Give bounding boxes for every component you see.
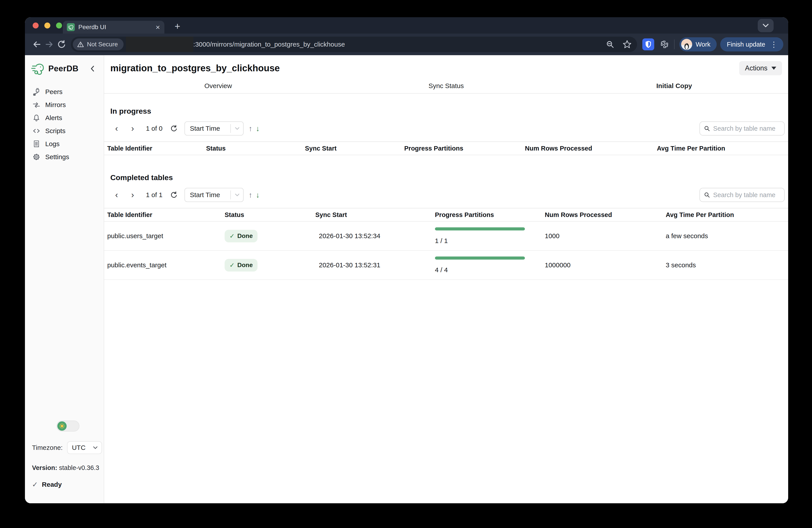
reload-icon — [57, 40, 67, 49]
progress-label: 1 / 1 — [435, 237, 525, 245]
theme-toggle-knob — [57, 422, 67, 431]
timezone-select[interactable]: UTC — [67, 441, 102, 454]
progress-bar — [435, 227, 525, 230]
search-icon — [704, 191, 710, 198]
log-file-icon — [32, 140, 40, 148]
section-heading-in-progress: In progress — [104, 107, 788, 115]
sort-field-select[interactable]: Start Time — [185, 122, 244, 135]
actions-button[interactable]: Actions — [739, 61, 782, 75]
warning-icon — [77, 41, 84, 47]
sidebar-item-settings[interactable]: Settings — [25, 150, 104, 163]
sort-ascending-button[interactable]: ↑ — [248, 124, 252, 133]
not-secure-chip[interactable]: Not Secure — [73, 39, 124, 50]
sidebar-item-peers[interactable]: Peers — [25, 85, 104, 98]
tab-search-button[interactable] — [758, 19, 773, 32]
completed-search[interactable] — [699, 188, 785, 202]
chevron-down-icon — [93, 446, 98, 449]
chevron-down-icon — [234, 193, 240, 197]
version-value: stable-v0.36.3 — [59, 464, 99, 471]
finish-update-button[interactable]: Finish update ⋮ — [720, 37, 783, 52]
sort-descending-button[interactable]: ↓ — [256, 124, 260, 133]
forward-button[interactable] — [43, 38, 55, 51]
timezone-value: UTC — [72, 444, 86, 452]
refresh-button[interactable] — [170, 125, 178, 132]
in-progress-empty-body — [104, 155, 788, 168]
extensions-puzzle-icon[interactable] — [659, 40, 669, 49]
refresh-icon — [170, 125, 178, 132]
tab-close-icon[interactable]: × — [156, 24, 160, 31]
sidebar-item-scripts[interactable]: Scripts — [25, 124, 104, 137]
sidebar-item-mirrors[interactable]: Mirrors — [25, 98, 104, 111]
tab-overview[interactable]: Overview — [104, 82, 332, 90]
browser-tab-peerdb[interactable]: Peerdb UI × — [63, 21, 164, 33]
chevron-down-icon — [234, 127, 240, 130]
gear-icon — [32, 153, 40, 161]
chevron-down-icon — [762, 23, 769, 28]
back-button[interactable] — [31, 38, 43, 51]
zoom-out-icon[interactable] — [606, 40, 614, 49]
window-controls — [33, 17, 62, 33]
bookmark-star-icon[interactable] — [622, 40, 632, 49]
avg-time-cell: 3 seconds — [666, 261, 788, 269]
minimize-window-button[interactable] — [44, 23, 50, 28]
status-indicator: ✓ Ready — [32, 480, 104, 489]
sidebar-item-label: Settings — [45, 153, 69, 161]
profile-avatar — [681, 39, 692, 50]
refresh-icon — [170, 191, 178, 199]
in-progress-controls: ‹ › 1 of 0 Start Time ↑ ↓ — [104, 121, 788, 136]
sidebar-collapse-icon[interactable] — [90, 65, 95, 72]
plug-icon — [32, 88, 40, 96]
redacted-host — [126, 37, 193, 52]
sidebar-item-label: Logs — [45, 140, 60, 148]
prev-page-button[interactable]: ‹ — [113, 191, 120, 199]
brand-name: PeerDB — [48, 64, 78, 73]
browser-window: Peerdb UI × + Not Secure — [25, 17, 788, 503]
profile-chip[interactable]: Work — [679, 37, 717, 52]
not-secure-label: Not Secure — [87, 41, 118, 48]
completed-controls: ‹ › 1 of 1 Start Time ↑ ↓ — [104, 188, 788, 202]
theme-toggle[interactable] — [57, 420, 79, 431]
search-input[interactable] — [713, 125, 780, 132]
table-identifier-cell: public.users_target — [107, 232, 224, 240]
tab-sync-status[interactable]: Sync Status — [332, 82, 560, 90]
table-row: public.events_target ✓ Done 2026-01-30 1… — [104, 251, 788, 280]
in-progress-search[interactable] — [699, 122, 785, 135]
browser-menu-icon[interactable]: ⋮ — [765, 40, 780, 49]
close-window-button[interactable] — [33, 23, 39, 28]
sidebar-item-alerts[interactable]: Alerts — [25, 111, 104, 124]
sidebar-item-logs[interactable]: Logs — [25, 137, 104, 150]
table-row: public.users_target ✓ Done 2026-01-30 13… — [104, 222, 788, 251]
search-icon — [704, 125, 710, 132]
progress-cell: 4 / 4 — [435, 257, 545, 274]
url-bar[interactable]: Not Secure :3000/mirrors/migration_to_po… — [71, 37, 637, 52]
finish-update-label: Finish update — [727, 41, 765, 48]
progress-cell: 1 / 1 — [435, 227, 545, 245]
browser-toolbar: Not Secure :3000/mirrors/migration_to_po… — [25, 33, 788, 55]
swap-arrows-icon — [32, 101, 40, 109]
next-page-button[interactable]: › — [129, 191, 136, 199]
sort-field-value: Start Time — [190, 125, 230, 132]
refresh-button[interactable] — [170, 191, 178, 199]
back-arrow-icon — [32, 40, 42, 49]
bitwarden-extension-icon[interactable] — [642, 39, 654, 50]
fullscreen-window-button[interactable] — [56, 23, 62, 28]
check-icon: ✓ — [32, 480, 38, 489]
search-input[interactable] — [713, 191, 780, 199]
sort-ascending-button[interactable]: ↑ — [248, 191, 252, 199]
new-tab-button[interactable]: + — [172, 20, 183, 32]
reload-button[interactable] — [55, 38, 68, 51]
section-heading-completed: Completed tables — [104, 173, 788, 182]
sync-start-cell: 2026-01-30 13:52:34 — [315, 232, 435, 240]
sync-start-cell: 2026-01-30 13:52:31 — [315, 261, 435, 269]
in-progress-table-header: Table Identifier Status Sync Start Progr… — [104, 142, 788, 155]
next-page-button[interactable]: › — [129, 124, 136, 133]
sort-descending-button[interactable]: ↓ — [256, 191, 260, 199]
tab-initial-copy[interactable]: Initial Copy — [560, 82, 788, 90]
completed-table-header: Table Identifier Status Sync Start Progr… — [104, 208, 788, 222]
profile-label: Work — [696, 41, 710, 48]
sort-field-select[interactable]: Start Time — [185, 188, 244, 202]
prev-page-button[interactable]: ‹ — [113, 124, 120, 133]
page-title: migration_to_postgres_by_clickhouse — [110, 63, 280, 73]
version-label: Version: — [32, 464, 57, 471]
sun-icon — [59, 423, 65, 429]
